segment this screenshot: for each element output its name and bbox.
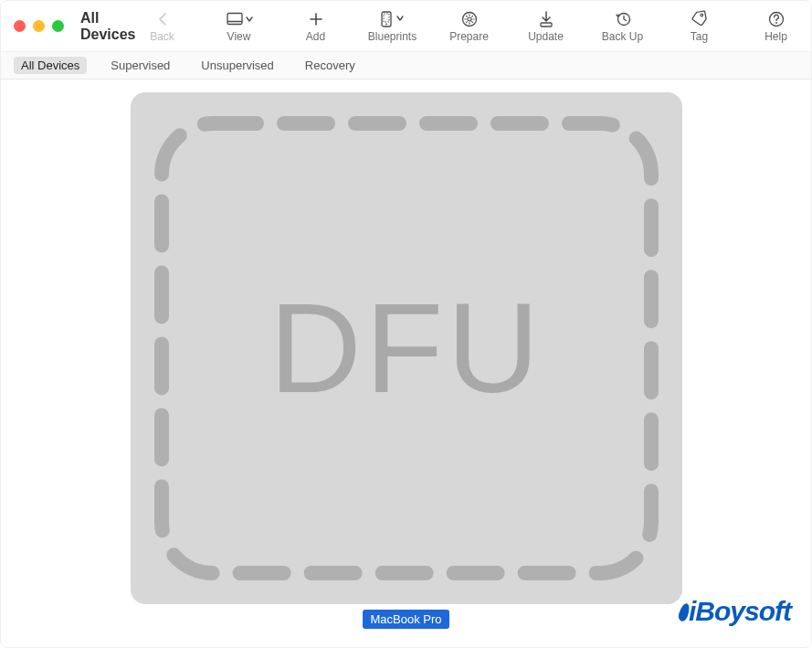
tag-label: Tag: [691, 30, 708, 43]
view-icon: [227, 10, 252, 28]
svg-rect-15: [541, 23, 552, 27]
back-button[interactable]: Back: [136, 1, 189, 51]
svg-point-19: [775, 22, 777, 24]
svg-point-6: [468, 17, 471, 21]
svg-line-11: [466, 16, 467, 16]
toolbar: Back View Add: [136, 1, 813, 51]
help-label: Help: [765, 30, 787, 43]
titlebar: All Devices Back View: [1, 1, 811, 52]
watermark-logo: iBoysoft: [680, 596, 791, 627]
svg-rect-4: [384, 14, 389, 22]
svg-rect-0: [227, 13, 242, 24]
prepare-label: Prepare: [449, 30, 489, 43]
device-label[interactable]: MacBook Pro: [363, 610, 448, 629]
update-button[interactable]: Update: [520, 1, 573, 51]
tag-icon: [691, 10, 708, 28]
window-controls: [14, 1, 64, 51]
svg-line-14: [466, 21, 467, 22]
add-label: Add: [306, 30, 325, 43]
blueprints-icon: [381, 10, 405, 28]
plus-icon: [309, 10, 323, 28]
prepare-button[interactable]: Prepare: [443, 1, 496, 51]
view-button[interactable]: View: [213, 1, 266, 51]
device-tile[interactable]: DFU: [131, 92, 682, 604]
back-label: Back: [150, 30, 174, 43]
download-icon: [539, 10, 554, 28]
filter-recovery[interactable]: Recovery: [298, 57, 363, 74]
filter-all-devices[interactable]: All Devices: [14, 57, 87, 74]
add-button[interactable]: Add: [290, 1, 343, 51]
svg-point-3: [385, 23, 387, 25]
svg-line-13: [471, 16, 472, 16]
svg-line-12: [471, 21, 472, 22]
gear-badge-icon: [461, 10, 478, 28]
backup-button[interactable]: Back Up: [596, 1, 649, 51]
tag-button[interactable]: Tag: [673, 1, 726, 51]
main-area: DFU MacBook Pro iBoysoft: [1, 80, 811, 647]
help-icon: [768, 10, 785, 28]
app-window: All Devices Back View: [0, 0, 812, 648]
view-label: View: [227, 30, 251, 43]
update-label: Update: [528, 30, 564, 43]
filter-unsupervised[interactable]: Unsupervised: [194, 57, 281, 74]
watermark-text: iBoysoft: [689, 596, 791, 627]
svg-rect-22: [162, 123, 651, 573]
window-title: All Devices: [79, 1, 136, 51]
blueprints-label: Blueprints: [368, 30, 417, 43]
minimize-window-button[interactable]: [33, 20, 45, 32]
filter-bar: All Devices Supervised Unsupervised Reco…: [1, 52, 811, 80]
dashed-outline-icon: [154, 116, 659, 580]
blueprints-button[interactable]: Blueprints: [366, 1, 419, 51]
help-button[interactable]: Help: [750, 1, 803, 51]
zoom-window-button[interactable]: [52, 20, 64, 32]
svg-point-17: [700, 14, 702, 16]
close-window-button[interactable]: [14, 20, 26, 32]
clock-arrow-icon: [615, 10, 631, 28]
backup-label: Back Up: [602, 30, 643, 43]
chevron-left-icon: [156, 10, 169, 28]
filter-supervised[interactable]: Supervised: [103, 57, 177, 74]
